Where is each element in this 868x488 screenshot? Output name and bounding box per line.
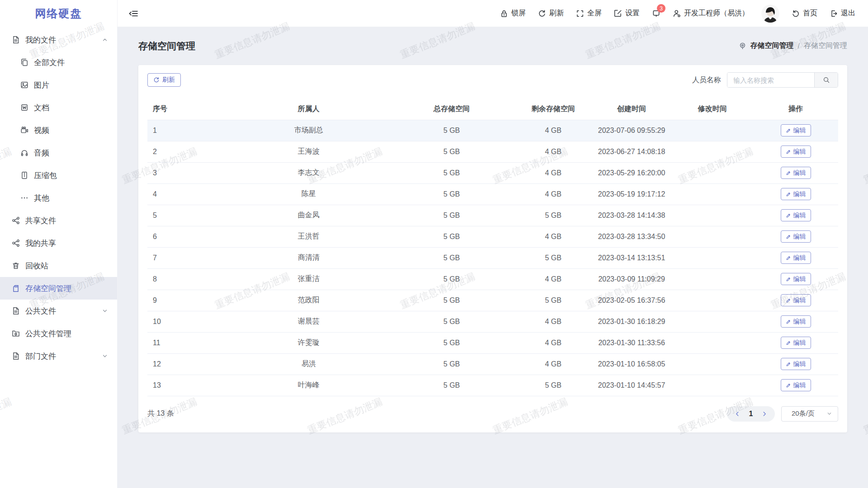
sidebar-item-videos[interactable]: 视频 — [0, 119, 117, 141]
lock-screen-button[interactable]: 锁屏 — [500, 9, 526, 18]
edit-button[interactable]: 编辑 — [781, 145, 811, 158]
sidebar-item-label: 其他 — [34, 193, 108, 203]
table-footer: 共 13 条 1 20条/页 — [147, 406, 838, 422]
search-icon — [823, 76, 830, 84]
home-label: 首页 — [803, 9, 817, 18]
refresh-page-button[interactable]: 刷新 — [538, 9, 564, 18]
edit-button[interactable]: 编辑 — [781, 252, 811, 264]
settings-icon — [614, 9, 622, 18]
edit-button[interactable]: 编辑 — [781, 209, 811, 221]
share-icon — [11, 216, 20, 225]
edit-button[interactable]: 编辑 — [781, 379, 811, 391]
sidebar-item-department-files[interactable]: 部门文件 — [0, 345, 117, 367]
sidebar-item-archives[interactable]: 压缩包 — [0, 164, 117, 187]
sidebar-item-my-shares[interactable]: 我的共享 — [0, 232, 117, 254]
page-pill: 1 — [727, 406, 775, 422]
breadcrumb-separator: / — [798, 42, 800, 50]
next-page-button[interactable] — [758, 411, 771, 417]
edit-button[interactable]: 编辑 — [781, 315, 811, 328]
chevron-down-icon — [102, 308, 108, 314]
cell-total-storage: 5 GB — [388, 205, 515, 226]
notification-button[interactable]: 3 — [652, 9, 660, 18]
cell-no: 12 — [147, 353, 229, 375]
cell-remaining-storage: 4 GB — [515, 141, 592, 162]
table-row: 9 范政阳 5 GB 5 GB 2023-02-05 16:37:56 编辑 — [147, 290, 838, 311]
cell-remaining-storage: 4 GB — [515, 268, 592, 290]
sidebar-item-audio[interactable]: 音频 — [0, 141, 117, 164]
edit-button[interactable]: 编辑 — [781, 124, 811, 136]
search-button[interactable] — [814, 73, 838, 87]
sidebar-item-label: 共享文件 — [25, 216, 108, 226]
user-avatar[interactable] — [761, 5, 779, 23]
cell-created-time: 2023-05-29 16:20:00 — [591, 162, 671, 183]
sidebar-item-public-files-management[interactable]: 公共文件管理 — [0, 322, 117, 345]
fullscreen-button[interactable]: 全屏 — [576, 9, 602, 18]
table-row: 2 王海波 5 GB 4 GB 2023-06-27 14:08:18 编辑 — [147, 141, 838, 162]
cell-owner: 许雯璇 — [229, 332, 388, 353]
sidebar-menu: 我的文件 全部文件 图片 文档 视频 音频 压缩包 — [0, 27, 117, 367]
cell-no: 11 — [147, 332, 229, 353]
refresh-table-label: 刷新 — [162, 76, 175, 84]
doc-icon — [20, 103, 29, 112]
logout-button[interactable]: 退出 — [830, 9, 855, 18]
column-header-created: 创建时间 — [591, 99, 671, 120]
edit-button[interactable]: 编辑 — [781, 337, 811, 349]
cell-no: 10 — [147, 311, 229, 332]
sidebar-item-storage-management[interactable]: 存储空间管理 — [0, 277, 117, 300]
fullscreen-icon — [576, 9, 584, 18]
edit-button-label: 编辑 — [793, 211, 806, 220]
search-input[interactable] — [727, 73, 814, 87]
edit-button[interactable]: 编辑 — [781, 358, 811, 370]
edit-button[interactable]: 编辑 — [781, 167, 811, 179]
edit-button-label: 编辑 — [793, 381, 806, 389]
cell-total-storage: 5 GB — [388, 120, 515, 141]
table-row: 8 张重洁 5 GB 4 GB 2023-03-09 11:09:29 编辑 — [147, 268, 838, 290]
document-icon — [11, 35, 20, 44]
cell-actions: 编辑 — [753, 311, 838, 332]
sidebar-item-public-files[interactable]: 公共文件 — [0, 300, 117, 322]
sidebar-item-shared-files[interactable]: 共享文件 — [0, 209, 117, 232]
current-page-number[interactable]: 1 — [744, 410, 758, 418]
topbar-actions: 锁屏 刷新 全屏 设置 3 开发工程师（易洪） — [500, 5, 855, 23]
sidebar-item-label: 音频 — [34, 148, 108, 158]
cell-actions: 编辑 — [753, 226, 838, 247]
refresh-table-button[interactable]: 刷新 — [147, 73, 181, 87]
sidebar-item-other[interactable]: 其他 — [0, 187, 117, 209]
cell-modified-time — [672, 141, 753, 162]
username-label: 开发工程师（易洪） — [684, 9, 749, 18]
edit-button[interactable]: 编辑 — [781, 188, 811, 200]
sidebar-item-all-files[interactable]: 全部文件 — [0, 51, 117, 74]
cell-created-time: 2023-05-19 19:17:12 — [591, 183, 671, 205]
cell-no: 6 — [147, 226, 229, 247]
storage-table: 序号 所属人 总存储空间 剩余存储空间 创建时间 修改时间 操作 1 市场副总 … — [147, 99, 838, 396]
table-row: 5 曲金凤 5 GB 5 GB 2023-03-28 14:14:38 编辑 — [147, 205, 838, 226]
cell-remaining-storage: 5 GB — [515, 247, 592, 268]
sidebar-item-pictures[interactable]: 图片 — [0, 74, 117, 96]
sidebar-item-label: 回收站 — [25, 261, 108, 271]
edit-button[interactable]: 编辑 — [781, 273, 811, 285]
column-header-no: 序号 — [147, 99, 229, 120]
settings-button[interactable]: 设置 — [614, 9, 640, 18]
sidebar-item-my-files[interactable]: 我的文件 — [0, 28, 117, 51]
refresh-icon — [538, 9, 546, 18]
table-row: 10 谢晨芸 5 GB 4 GB 2023-01-30 16:18:29 编辑 — [147, 311, 838, 332]
edit-button[interactable]: 编辑 — [781, 230, 811, 243]
cell-created-time: 2023-06-27 14:08:18 — [591, 141, 671, 162]
home-button[interactable]: 首页 — [792, 9, 817, 18]
share-icon — [11, 239, 20, 248]
sidebar-item-label: 视频 — [34, 125, 108, 136]
breadcrumb-root[interactable]: 存储空间管理 — [750, 41, 794, 51]
edit-button[interactable]: 编辑 — [781, 294, 811, 306]
prev-page-button[interactable] — [731, 411, 744, 417]
user-role-name[interactable]: 开发工程师（易洪） — [673, 9, 749, 18]
cell-owner: 商清清 — [229, 247, 388, 268]
collapse-menu-icon[interactable] — [128, 9, 138, 19]
sidebar-item-documents[interactable]: 文档 — [0, 96, 117, 119]
page-size-select[interactable]: 20条/页 — [781, 406, 838, 422]
cell-total-storage: 5 GB — [388, 141, 515, 162]
sidebar-item-recycle-bin[interactable]: 回收站 — [0, 254, 117, 277]
edit-button-label: 编辑 — [793, 190, 806, 198]
video-camera-icon — [20, 126, 29, 135]
pencil-icon — [786, 234, 791, 239]
pencil-icon — [786, 192, 791, 197]
